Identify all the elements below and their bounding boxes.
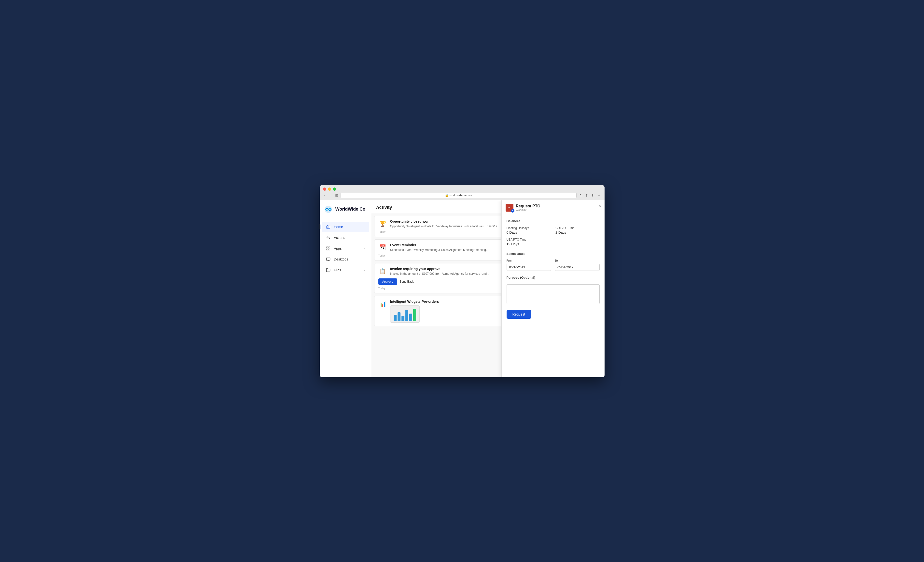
desktops-icon xyxy=(326,257,331,262)
request-button[interactable]: Request xyxy=(507,310,531,319)
purpose-textarea[interactable] xyxy=(507,284,600,304)
balance-item-usa-pto: USA PTO Time 12 Days xyxy=(507,238,551,246)
svg-rect-3 xyxy=(328,247,330,248)
sidebar-item-desktops[interactable]: Desktops xyxy=(322,254,369,264)
balance-label: GDI/VOL Time xyxy=(555,226,600,230)
sidebar-item-files[interactable]: Files › xyxy=(322,265,369,275)
chart-icon: 📊 xyxy=(378,299,387,308)
dates-row: From To xyxy=(507,259,600,271)
files-chevron-icon: › xyxy=(364,269,365,272)
forward-button[interactable]: › xyxy=(329,193,333,198)
calendar-icon: 📅 xyxy=(378,243,387,252)
app-container: WorldWide Co. Home xyxy=(320,200,604,377)
pto-panel: W + Request PTO Workday × Balances Float… xyxy=(501,200,604,377)
balance-label: USA PTO Time xyxy=(507,238,551,241)
logo-area: WorldWide Co. xyxy=(320,200,371,218)
pto-panel-title: Request PTO xyxy=(516,204,540,208)
activity-title: Activity xyxy=(376,205,392,210)
svg-rect-2 xyxy=(327,247,328,248)
sidebar-item-label-actions: Actions xyxy=(334,236,365,240)
home-icon xyxy=(326,224,331,230)
from-date-label: From xyxy=(507,259,552,263)
chart-bar xyxy=(413,309,416,321)
purpose-title: Purpose (Optional) xyxy=(507,276,600,279)
svg-point-0 xyxy=(327,237,329,238)
browser-chrome: ‹ › ⊡ 🔒 worldwideco.com ↻ ⬆ ⬇ ＋ xyxy=(320,185,604,200)
svg-rect-4 xyxy=(327,249,328,250)
svg-rect-5 xyxy=(328,249,330,250)
balance-value: 2 Days xyxy=(555,230,600,234)
send-back-button[interactable]: Send Back xyxy=(399,280,414,283)
from-date-input[interactable] xyxy=(507,264,552,271)
close-button[interactable] xyxy=(323,188,326,191)
sidebar-item-label-apps: Apps xyxy=(334,246,364,250)
select-dates-title: Select Dates xyxy=(507,252,600,255)
balance-item-gdi-vol: GDI/VOL Time 2 Days xyxy=(555,226,600,234)
chart-bar xyxy=(405,310,408,321)
balance-label: Floating Holidays xyxy=(507,226,551,230)
chart-visualization xyxy=(390,305,420,323)
balance-value: 0 Days xyxy=(507,230,551,234)
apps-chevron-icon: › xyxy=(364,247,365,250)
pto-title-area: Request PTO Workday xyxy=(516,204,540,211)
maximize-button[interactable] xyxy=(333,188,336,191)
balances-section-title: Balances xyxy=(507,219,600,223)
balance-item-floating-holidays: Floating Holidays 0 Days xyxy=(507,226,551,234)
new-tab-button[interactable]: ＋ xyxy=(597,193,601,198)
invoice-icon: 📋 xyxy=(378,267,387,276)
approve-button[interactable]: Approve xyxy=(378,278,397,285)
main-content: Activity Relevancy 🏆 Opportunity closed … xyxy=(371,200,604,377)
bookmark-button[interactable]: ⬇ xyxy=(591,193,595,198)
sidebar: WorldWide Co. Home xyxy=(320,200,371,377)
browser-nav: ‹ › ⊡ 🔒 worldwideco.com ↻ ⬆ ⬇ ＋ xyxy=(323,193,601,198)
url-bar[interactable]: 🔒 worldwideco.com xyxy=(340,193,576,198)
sidebar-item-home[interactable]: Home xyxy=(322,222,369,232)
share-button[interactable]: ⬆ xyxy=(585,193,589,198)
lock-icon: 🔒 xyxy=(445,194,448,197)
browser-traffic-lights xyxy=(323,188,601,191)
balance-value: 12 Days xyxy=(507,242,551,246)
url-text: worldwideco.com xyxy=(449,194,472,197)
to-date-input[interactable] xyxy=(555,264,600,271)
chart-bar xyxy=(402,316,404,321)
svg-point-1 xyxy=(327,236,330,239)
minimize-button[interactable] xyxy=(328,188,331,191)
workday-icon: W + xyxy=(506,204,513,212)
select-dates-section: Select Dates From To xyxy=(507,252,600,271)
logo-text: WorldWide Co. xyxy=(335,207,367,212)
from-date-field: From xyxy=(507,259,552,271)
to-date-label: To xyxy=(555,259,600,263)
sidebar-item-label-files: Files xyxy=(334,268,364,272)
pto-header: W + Request PTO Workday × xyxy=(502,200,604,215)
back-button[interactable]: ‹ xyxy=(323,193,327,198)
to-date-field: To xyxy=(555,259,600,271)
actions-icon xyxy=(326,235,331,240)
sidebar-item-label-home: Home xyxy=(334,225,365,229)
sidebar-item-apps[interactable]: Apps › xyxy=(322,243,369,254)
refresh-button[interactable]: ↻ xyxy=(579,193,583,198)
sidebar-item-actions[interactable]: Actions xyxy=(322,233,369,243)
chart-bar xyxy=(398,313,400,321)
pto-panel-subtitle: Workday xyxy=(516,208,540,211)
trophy-icon: 🏆 xyxy=(378,219,387,228)
pto-close-button[interactable]: × xyxy=(598,204,601,208)
svg-rect-6 xyxy=(326,258,330,260)
browser-icons: ↻ ⬆ ⬇ ＋ xyxy=(579,193,601,198)
sidebar-item-label-desktops: Desktops xyxy=(334,257,365,261)
apps-icon xyxy=(326,246,331,251)
files-icon xyxy=(326,267,331,273)
logo-icon xyxy=(324,205,333,214)
balances-grid: Floating Holidays 0 Days GDI/VOL Time 2 … xyxy=(507,226,600,246)
pto-plus-icon: + xyxy=(511,209,514,213)
browser-window: ‹ › ⊡ 🔒 worldwideco.com ↻ ⬆ ⬇ ＋ xyxy=(320,185,604,377)
split-button[interactable]: ⊡ xyxy=(335,193,338,197)
purpose-section: Purpose (Optional) xyxy=(507,276,600,305)
chart-bar xyxy=(410,314,412,321)
pto-body: Balances Floating Holidays 0 Days GDI/VO… xyxy=(502,215,604,377)
workday-logo-text: W xyxy=(508,206,510,209)
nav-items: Home Actions xyxy=(320,218,371,279)
chart-bar xyxy=(394,315,396,321)
